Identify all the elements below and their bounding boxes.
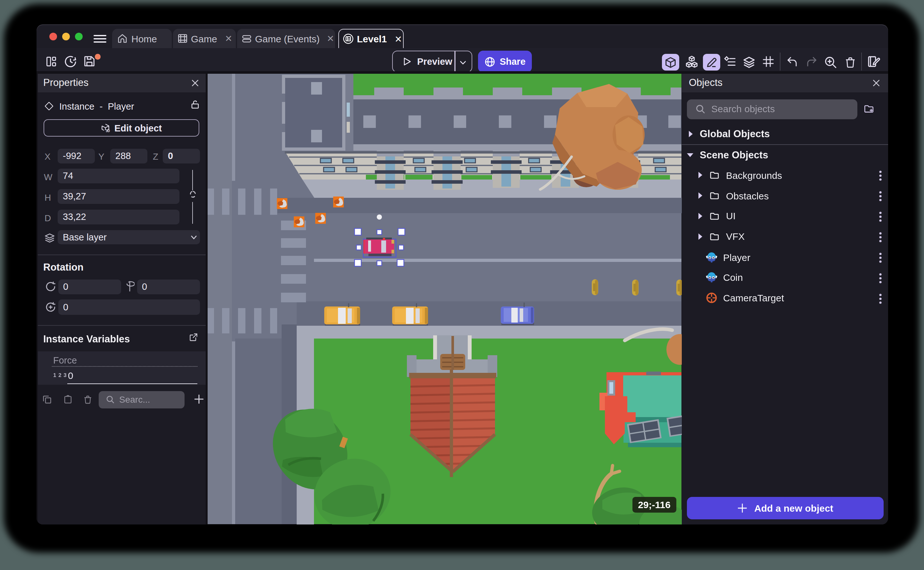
svg-text:29;-116: 29;-116 [638,500,670,510]
svg-text:3D: 3D [105,129,110,132]
